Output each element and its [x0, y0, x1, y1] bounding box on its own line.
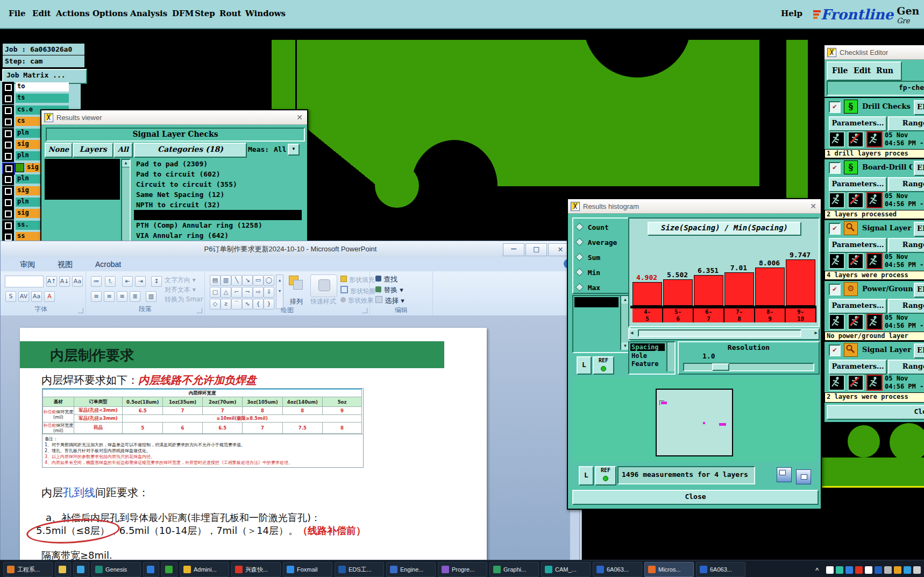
shape-vtext-icon[interactable]: ▥: [221, 275, 231, 286]
taskbar-item[interactable]: CAM_...: [541, 562, 591, 577]
erf-button[interactable]: ER: [914, 161, 924, 176]
checklist-menu-edit[interactable]: Edit: [854, 66, 871, 75]
layer-checkbox[interactable]: [2, 197, 14, 208]
layer-checkbox[interactable]: [2, 208, 14, 220]
menu-edit[interactable]: Edit: [32, 9, 51, 18]
taskbar-item[interactable]: Micros...: [644, 562, 694, 577]
run-cancel-icon[interactable]: [848, 253, 864, 269]
stat-min[interactable]: Min: [577, 267, 629, 277]
numbering-icon[interactable]: ⒈: [105, 276, 116, 287]
category-item[interactable]: Pad to circuit (602): [134, 169, 302, 179]
slider-thumb[interactable]: [712, 363, 729, 371]
replace-button[interactable]: 替换 ▾: [375, 285, 403, 295]
erf-button[interactable]: ER: [914, 100, 924, 115]
viewer-layer-list[interactable]: sig2t sig3b sig4t sig5b: [45, 159, 120, 241]
char-spacing-icon[interactable]: AV: [18, 291, 29, 302]
all-button[interactable]: All: [113, 143, 133, 158]
scroll-right-icon[interactable]: ▶: [815, 330, 818, 335]
categories-button[interactable]: Categories (18): [134, 143, 247, 158]
menu-rout[interactable]: Rout: [219, 9, 241, 18]
decrease-indent-icon[interactable]: ⇤: [122, 276, 133, 287]
layer-label[interactable]: to: [16, 82, 69, 92]
shrink-font-icon[interactable]: A↓: [59, 276, 70, 287]
shape-triangle-icon[interactable]: △: [221, 287, 231, 298]
category-item-selected[interactable]: PTH to Copper (1496): [134, 210, 302, 220]
chart-h-scrollbar[interactable]: ◀ ▶: [628, 328, 820, 340]
layer-label[interactable]: ts: [16, 94, 69, 103]
layer-checkbox[interactable]: [2, 220, 14, 231]
change-case-icon[interactable]: Aa: [31, 291, 42, 302]
series-item-selected[interactable]: Spacing: [574, 297, 619, 307]
font-dialog-launcher-icon[interactable]: [78, 308, 83, 313]
layers-button[interactable]: Layers: [73, 143, 113, 158]
taskbar-item[interactable]: Engine...: [386, 562, 436, 577]
results-viewer-titlebar[interactable]: ╳ Results viewer ✕: [41, 110, 307, 125]
none-button[interactable]: None: [45, 143, 73, 158]
layer-checkbox[interactable]: [2, 105, 14, 116]
scroll-left-icon[interactable]: ◀: [630, 330, 633, 335]
shape-gallery-scroll[interactable]: ▲▼: [276, 275, 283, 309]
nav-button[interactable]: L: [577, 356, 592, 375]
run-cancel-icon[interactable]: [848, 375, 864, 391]
layer-color-chip[interactable]: [15, 163, 24, 172]
histogram-bar[interactable]: [786, 259, 815, 306]
run-cancel-icon[interactable]: [848, 131, 864, 147]
columns-icon[interactable]: ▥: [146, 291, 157, 302]
text-direction-button[interactable]: 文字方向 ▾: [165, 276, 196, 285]
layer-checkbox[interactable]: [2, 151, 14, 162]
layer-row[interactable]: ts: [2, 93, 72, 103]
taskbar-item[interactable]: Admini...: [180, 562, 229, 577]
align-text-button[interactable]: 对齐文本 ▾: [165, 285, 196, 294]
taskbar-item[interactable]: Graphi...: [489, 562, 539, 577]
viewer-layer-item[interactable]: sig4t: [45, 179, 120, 189]
run-report-icon[interactable]: [866, 131, 883, 147]
layer-checkbox[interactable]: [2, 139, 14, 151]
clear-format-icon[interactable]: Aa: [72, 276, 83, 287]
taskbar-icon-item[interactable]: [161, 562, 177, 577]
histogram-bar[interactable]: [694, 275, 723, 306]
slide[interactable]: 内层制作要求 内层焊环要求如下：内层线路不允许加负焊盘 内层焊环宽度 基材 订单…: [20, 328, 487, 577]
nav-button[interactable]: L: [579, 466, 594, 485]
run-check-icon[interactable]: [829, 375, 845, 391]
tray-icon[interactable]: [836, 566, 843, 574]
layer-checkbox[interactable]: [2, 163, 15, 175]
layer-checkbox[interactable]: [2, 116, 14, 128]
histogram-bar[interactable]: [724, 272, 754, 306]
smartart-button[interactable]: 转换为 SmartArt: [165, 295, 203, 304]
menu-step[interactable]: Step: [195, 9, 215, 18]
shape-roundrect-icon[interactable]: ▢: [210, 287, 221, 298]
layer-checkbox[interactable]: [2, 174, 14, 185]
section-checkbox[interactable]: ✔: [829, 101, 841, 113]
menu-dfm[interactable]: DFM: [172, 9, 194, 18]
measure-type-selected[interactable]: Spacing: [630, 343, 665, 351]
list-scrollbar[interactable]: [666, 342, 674, 371]
quick-styles-icon[interactable]: [310, 275, 337, 297]
shape-elbow2-icon[interactable]: ¬: [242, 287, 253, 298]
taskbar-item[interactable]: 工程系...: [3, 562, 53, 577]
stat-max[interactable]: Max: [577, 282, 629, 292]
shape-elbow-icon[interactable]: ⌐: [231, 287, 242, 298]
font-size-combo[interactable]: [5, 276, 44, 287]
measure-type-list[interactable]: Spacing Hole Feature: [628, 341, 676, 375]
shape-arrow-icon[interactable]: ↘: [242, 275, 253, 286]
layer-checkbox[interactable]: [2, 128, 14, 139]
parameters-button[interactable]: Parameters...: [829, 238, 887, 253]
tray-icon[interactable]: [875, 566, 882, 574]
category-item[interactable]: PTH (Comp) Annular ring (1258): [134, 220, 302, 230]
tray-icon[interactable]: [913, 566, 921, 574]
layer-toggle-icon[interactable]: [777, 467, 792, 482]
scroll-up-icon[interactable]: ▲: [122, 160, 130, 167]
align-left-icon[interactable]: ≡: [91, 291, 102, 302]
parameters-button[interactable]: Parameters...: [829, 116, 887, 131]
tray-icon[interactable]: [865, 566, 872, 574]
taskbar-item[interactable]: Foxmail: [283, 562, 332, 577]
taskbar-icon-item[interactable]: [143, 562, 159, 577]
font-color-icon[interactable]: A: [44, 291, 55, 302]
viewer-layer-scrollbar[interactable]: ▲: [121, 159, 131, 243]
taskbar-item[interactable]: 兴森快...: [231, 562, 281, 577]
run-report-icon[interactable]: [866, 192, 883, 208]
grow-font-icon[interactable]: A↑: [46, 276, 57, 287]
taskbar-item[interactable]: Progre...: [438, 562, 487, 577]
stat-average[interactable]: Average: [577, 237, 629, 247]
viewer-layer-item[interactable]: sig5b: [45, 189, 120, 200]
